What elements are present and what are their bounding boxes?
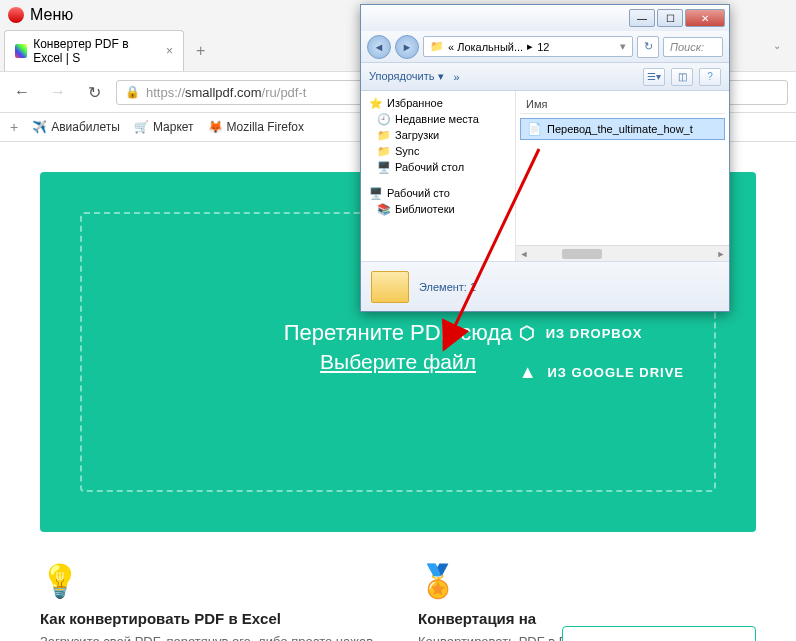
- feature-text: Загрузите свой PDF, перетянув его, либо …: [40, 633, 378, 641]
- back-button[interactable]: ←: [8, 78, 36, 106]
- feature-title: Конвертация на: [418, 610, 756, 627]
- dropbox-icon: ⬡: [519, 322, 536, 344]
- tab-favicon: [15, 44, 27, 58]
- gdrive-icon: ▲: [519, 362, 538, 383]
- horizontal-scrollbar[interactable]: ◄ ►: [516, 245, 729, 261]
- bookmark-firefox[interactable]: 🦊 Mozilla Firefox: [208, 120, 304, 134]
- tree-recent[interactable]: 🕘Недавние места: [361, 111, 515, 127]
- folder-icon: 📁: [377, 145, 391, 157]
- explorer-tree: ⭐Избранное 🕘Недавние места 📁Загрузки 📁Sy…: [361, 91, 516, 261]
- add-bookmark-icon[interactable]: +: [10, 119, 18, 135]
- pdf-icon: 📄: [527, 122, 542, 136]
- tree-favorites[interactable]: ⭐Избранное: [361, 95, 515, 111]
- desktop-icon: 🖥️: [369, 187, 383, 199]
- libraries-icon: 📚: [377, 203, 391, 215]
- close-button[interactable]: ✕: [685, 9, 725, 27]
- tab-title: Конвертер PDF в Excel | S: [33, 37, 160, 65]
- desktop-icon: 🖥️: [377, 161, 391, 173]
- feature-title: Как конвертировать PDF в Excel: [40, 610, 378, 627]
- chevron-down-icon[interactable]: ▾: [620, 40, 626, 53]
- menu-label[interactable]: Меню: [30, 6, 73, 24]
- minimize-button[interactable]: —: [629, 9, 655, 27]
- bookmark-aviabilety[interactable]: ✈️ Авиабилеты: [32, 120, 120, 134]
- folder-icon: 📁: [377, 129, 391, 141]
- refresh-button[interactable]: ↻: [637, 36, 659, 58]
- firefox-icon: 🦊: [208, 120, 223, 134]
- drop-text: Перетяните PDF сюда: [284, 320, 513, 346]
- explorer-path-bar[interactable]: 📁 « Локальный... ▸ 12 ▾: [423, 36, 633, 57]
- tab-close-icon[interactable]: ×: [166, 44, 173, 58]
- scrollbar-thumb[interactable]: [562, 249, 602, 259]
- lock-icon: 🔒: [125, 85, 140, 99]
- column-header-name[interactable]: Имя: [520, 95, 725, 114]
- explorer-search-input[interactable]: Поиск:: [663, 37, 723, 57]
- folder-preview-icon: [371, 271, 409, 303]
- file-explorer-window: — ☐ ✕ ◄ ► 📁 « Локальный... ▸ 12 ▾ ↻ Поис…: [360, 4, 730, 312]
- maximize-button[interactable]: ☐: [657, 9, 683, 27]
- browser-tab[interactable]: Конвертер PDF в Excel | S ×: [4, 30, 184, 71]
- preview-pane-button[interactable]: ◫: [671, 68, 693, 86]
- scroll-right-icon[interactable]: ►: [713, 247, 729, 261]
- lightbulb-icon: 💡: [40, 562, 378, 600]
- file-item[interactable]: 📄 Перевод_the_ultimate_how_t: [520, 118, 725, 140]
- tree-libraries[interactable]: 📚Библиотеки: [361, 201, 515, 217]
- dropbox-button[interactable]: ⬡ ИЗ DROPBOX: [519, 322, 684, 344]
- choose-file-link[interactable]: Выберите файл: [320, 350, 476, 374]
- opera-icon: [8, 7, 24, 23]
- tree-desktop2[interactable]: 🖥️Рабочий сто: [361, 185, 515, 201]
- status-text: Элемент: 1: [419, 281, 476, 293]
- help-button[interactable]: ?: [699, 68, 721, 86]
- star-icon: ⭐: [369, 97, 383, 109]
- folder-icon: 📁: [430, 40, 444, 53]
- view-options-button[interactable]: ☰▾: [643, 68, 665, 86]
- promo-box[interactable]: 🖥️ PDF в Office ПО Скачать →: [562, 626, 756, 641]
- tree-desktop[interactable]: 🖥️Рабочий стол: [361, 159, 515, 175]
- toolbar-chevron[interactable]: »: [454, 71, 460, 83]
- cart-icon: 🛒: [134, 120, 149, 134]
- gdrive-button[interactable]: ▲ ИЗ GOOGLE DRIVE: [519, 362, 684, 383]
- overflow-chevron-icon[interactable]: ⌄: [773, 40, 781, 51]
- bookmark-market[interactable]: 🛒 Маркет: [134, 120, 194, 134]
- badge-icon: 🏅: [418, 562, 756, 600]
- recent-icon: 🕘: [377, 113, 391, 125]
- explorer-back-button[interactable]: ◄: [367, 35, 391, 59]
- explorer-titlebar[interactable]: — ☐ ✕: [361, 5, 729, 31]
- tree-downloads[interactable]: 📁Загрузки: [361, 127, 515, 143]
- plane-icon: ✈️: [32, 120, 47, 134]
- new-tab-button[interactable]: +: [188, 38, 213, 64]
- explorer-forward-button[interactable]: ►: [395, 35, 419, 59]
- reload-button[interactable]: ↻: [80, 78, 108, 106]
- organize-menu[interactable]: Упорядочить ▾: [369, 70, 444, 83]
- scroll-left-icon[interactable]: ◄: [516, 247, 532, 261]
- forward-button[interactable]: →: [44, 78, 72, 106]
- tree-sync[interactable]: 📁Sync: [361, 143, 515, 159]
